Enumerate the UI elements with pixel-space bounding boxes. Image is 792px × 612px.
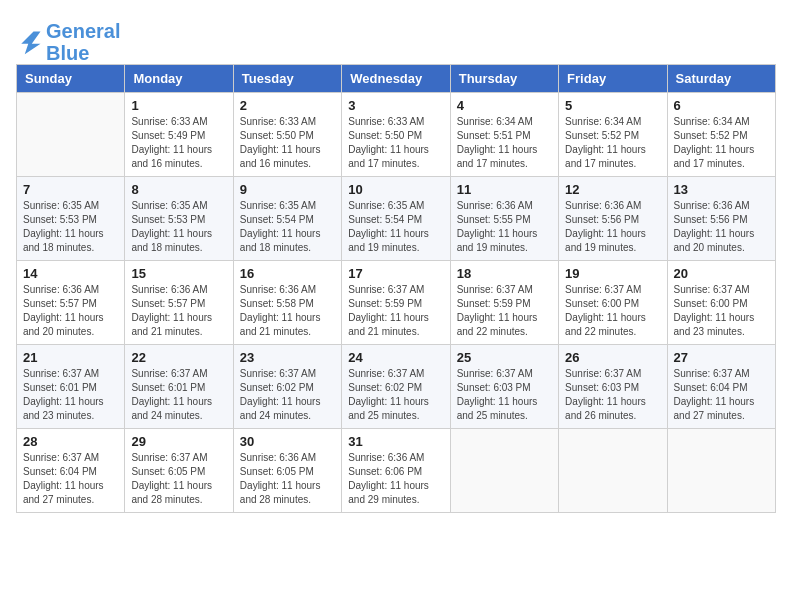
day-number: 2 bbox=[240, 98, 335, 113]
calendar-cell: 14Sunrise: 6:36 AMSunset: 5:57 PMDayligh… bbox=[17, 261, 125, 345]
day-info: Sunrise: 6:37 AMSunset: 6:01 PMDaylight:… bbox=[23, 367, 118, 423]
calendar-cell: 26Sunrise: 6:37 AMSunset: 6:03 PMDayligh… bbox=[559, 345, 667, 429]
day-info: Sunrise: 6:35 AMSunset: 5:54 PMDaylight:… bbox=[348, 199, 443, 255]
header-day-sunday: Sunday bbox=[17, 65, 125, 93]
calendar-cell: 24Sunrise: 6:37 AMSunset: 6:02 PMDayligh… bbox=[342, 345, 450, 429]
day-number: 28 bbox=[23, 434, 118, 449]
calendar-cell bbox=[450, 429, 558, 513]
calendar-cell: 10Sunrise: 6:35 AMSunset: 5:54 PMDayligh… bbox=[342, 177, 450, 261]
header-row: SundayMondayTuesdayWednesdayThursdayFrid… bbox=[17, 65, 776, 93]
day-info: Sunrise: 6:37 AMSunset: 6:02 PMDaylight:… bbox=[348, 367, 443, 423]
calendar-cell: 29Sunrise: 6:37 AMSunset: 6:05 PMDayligh… bbox=[125, 429, 233, 513]
week-row-1: 1Sunrise: 6:33 AMSunset: 5:49 PMDaylight… bbox=[17, 93, 776, 177]
calendar-cell: 28Sunrise: 6:37 AMSunset: 6:04 PMDayligh… bbox=[17, 429, 125, 513]
calendar-cell: 13Sunrise: 6:36 AMSunset: 5:56 PMDayligh… bbox=[667, 177, 775, 261]
day-number: 11 bbox=[457, 182, 552, 197]
day-info: Sunrise: 6:34 AMSunset: 5:52 PMDaylight:… bbox=[674, 115, 769, 171]
day-info: Sunrise: 6:37 AMSunset: 6:02 PMDaylight:… bbox=[240, 367, 335, 423]
day-info: Sunrise: 6:36 AMSunset: 5:57 PMDaylight:… bbox=[131, 283, 226, 339]
header-day-saturday: Saturday bbox=[667, 65, 775, 93]
day-number: 1 bbox=[131, 98, 226, 113]
day-number: 5 bbox=[565, 98, 660, 113]
day-info: Sunrise: 6:35 AMSunset: 5:53 PMDaylight:… bbox=[131, 199, 226, 255]
day-number: 18 bbox=[457, 266, 552, 281]
day-info: Sunrise: 6:37 AMSunset: 6:01 PMDaylight:… bbox=[131, 367, 226, 423]
day-number: 8 bbox=[131, 182, 226, 197]
day-number: 22 bbox=[131, 350, 226, 365]
calendar-cell: 7Sunrise: 6:35 AMSunset: 5:53 PMDaylight… bbox=[17, 177, 125, 261]
day-number: 26 bbox=[565, 350, 660, 365]
day-info: Sunrise: 6:37 AMSunset: 6:00 PMDaylight:… bbox=[674, 283, 769, 339]
day-number: 12 bbox=[565, 182, 660, 197]
week-row-5: 28Sunrise: 6:37 AMSunset: 6:04 PMDayligh… bbox=[17, 429, 776, 513]
day-info: Sunrise: 6:37 AMSunset: 6:04 PMDaylight:… bbox=[23, 451, 118, 507]
calendar-cell: 21Sunrise: 6:37 AMSunset: 6:01 PMDayligh… bbox=[17, 345, 125, 429]
calendar-cell: 25Sunrise: 6:37 AMSunset: 6:03 PMDayligh… bbox=[450, 345, 558, 429]
day-number: 9 bbox=[240, 182, 335, 197]
calendar-cell: 16Sunrise: 6:36 AMSunset: 5:58 PMDayligh… bbox=[233, 261, 341, 345]
day-info: Sunrise: 6:36 AMSunset: 5:56 PMDaylight:… bbox=[565, 199, 660, 255]
day-number: 25 bbox=[457, 350, 552, 365]
day-info: Sunrise: 6:33 AMSunset: 5:50 PMDaylight:… bbox=[240, 115, 335, 171]
header-day-thursday: Thursday bbox=[450, 65, 558, 93]
logo-text: General Blue bbox=[46, 20, 120, 64]
day-info: Sunrise: 6:36 AMSunset: 6:06 PMDaylight:… bbox=[348, 451, 443, 507]
day-info: Sunrise: 6:37 AMSunset: 6:03 PMDaylight:… bbox=[565, 367, 660, 423]
day-number: 4 bbox=[457, 98, 552, 113]
day-info: Sunrise: 6:33 AMSunset: 5:49 PMDaylight:… bbox=[131, 115, 226, 171]
day-info: Sunrise: 6:37 AMSunset: 6:00 PMDaylight:… bbox=[565, 283, 660, 339]
header-day-tuesday: Tuesday bbox=[233, 65, 341, 93]
calendar-cell: 19Sunrise: 6:37 AMSunset: 6:00 PMDayligh… bbox=[559, 261, 667, 345]
calendar-cell bbox=[667, 429, 775, 513]
header-day-friday: Friday bbox=[559, 65, 667, 93]
day-info: Sunrise: 6:34 AMSunset: 5:52 PMDaylight:… bbox=[565, 115, 660, 171]
day-number: 17 bbox=[348, 266, 443, 281]
calendar-cell: 9Sunrise: 6:35 AMSunset: 5:54 PMDaylight… bbox=[233, 177, 341, 261]
day-info: Sunrise: 6:36 AMSunset: 6:05 PMDaylight:… bbox=[240, 451, 335, 507]
week-row-2: 7Sunrise: 6:35 AMSunset: 5:53 PMDaylight… bbox=[17, 177, 776, 261]
day-info: Sunrise: 6:36 AMSunset: 5:57 PMDaylight:… bbox=[23, 283, 118, 339]
day-info: Sunrise: 6:36 AMSunset: 5:55 PMDaylight:… bbox=[457, 199, 552, 255]
calendar-cell: 27Sunrise: 6:37 AMSunset: 6:04 PMDayligh… bbox=[667, 345, 775, 429]
calendar-cell: 17Sunrise: 6:37 AMSunset: 5:59 PMDayligh… bbox=[342, 261, 450, 345]
day-number: 24 bbox=[348, 350, 443, 365]
day-number: 29 bbox=[131, 434, 226, 449]
day-number: 21 bbox=[23, 350, 118, 365]
day-info: Sunrise: 6:34 AMSunset: 5:51 PMDaylight:… bbox=[457, 115, 552, 171]
day-number: 15 bbox=[131, 266, 226, 281]
day-info: Sunrise: 6:36 AMSunset: 5:56 PMDaylight:… bbox=[674, 199, 769, 255]
calendar-cell bbox=[559, 429, 667, 513]
calendar-cell: 6Sunrise: 6:34 AMSunset: 5:52 PMDaylight… bbox=[667, 93, 775, 177]
day-info: Sunrise: 6:36 AMSunset: 5:58 PMDaylight:… bbox=[240, 283, 335, 339]
header-day-wednesday: Wednesday bbox=[342, 65, 450, 93]
logo: General Blue bbox=[16, 20, 120, 64]
day-info: Sunrise: 6:37 AMSunset: 6:05 PMDaylight:… bbox=[131, 451, 226, 507]
calendar-cell: 20Sunrise: 6:37 AMSunset: 6:00 PMDayligh… bbox=[667, 261, 775, 345]
day-number: 14 bbox=[23, 266, 118, 281]
day-number: 13 bbox=[674, 182, 769, 197]
day-info: Sunrise: 6:33 AMSunset: 5:50 PMDaylight:… bbox=[348, 115, 443, 171]
calendar-cell: 2Sunrise: 6:33 AMSunset: 5:50 PMDaylight… bbox=[233, 93, 341, 177]
calendar-cell: 31Sunrise: 6:36 AMSunset: 6:06 PMDayligh… bbox=[342, 429, 450, 513]
calendar-cell: 18Sunrise: 6:37 AMSunset: 5:59 PMDayligh… bbox=[450, 261, 558, 345]
week-row-4: 21Sunrise: 6:37 AMSunset: 6:01 PMDayligh… bbox=[17, 345, 776, 429]
calendar-cell: 8Sunrise: 6:35 AMSunset: 5:53 PMDaylight… bbox=[125, 177, 233, 261]
calendar-cell: 4Sunrise: 6:34 AMSunset: 5:51 PMDaylight… bbox=[450, 93, 558, 177]
day-number: 31 bbox=[348, 434, 443, 449]
calendar-cell: 22Sunrise: 6:37 AMSunset: 6:01 PMDayligh… bbox=[125, 345, 233, 429]
calendar-cell bbox=[17, 93, 125, 177]
day-number: 30 bbox=[240, 434, 335, 449]
day-info: Sunrise: 6:35 AMSunset: 5:54 PMDaylight:… bbox=[240, 199, 335, 255]
day-info: Sunrise: 6:37 AMSunset: 6:03 PMDaylight:… bbox=[457, 367, 552, 423]
day-number: 3 bbox=[348, 98, 443, 113]
day-number: 16 bbox=[240, 266, 335, 281]
calendar-cell: 23Sunrise: 6:37 AMSunset: 6:02 PMDayligh… bbox=[233, 345, 341, 429]
day-info: Sunrise: 6:35 AMSunset: 5:53 PMDaylight:… bbox=[23, 199, 118, 255]
day-number: 20 bbox=[674, 266, 769, 281]
day-number: 7 bbox=[23, 182, 118, 197]
calendar-cell: 3Sunrise: 6:33 AMSunset: 5:50 PMDaylight… bbox=[342, 93, 450, 177]
calendar-cell: 12Sunrise: 6:36 AMSunset: 5:56 PMDayligh… bbox=[559, 177, 667, 261]
day-number: 19 bbox=[565, 266, 660, 281]
day-number: 27 bbox=[674, 350, 769, 365]
header-day-monday: Monday bbox=[125, 65, 233, 93]
